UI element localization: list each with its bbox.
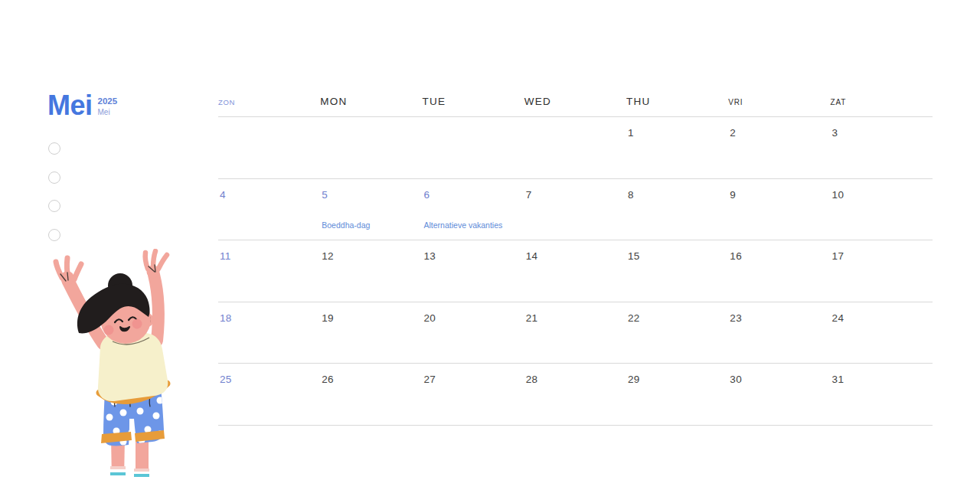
weekday-header-mon: MON xyxy=(320,86,422,107)
title-side-labels: 2025 Mei xyxy=(98,96,118,117)
month-sublabel: Mei xyxy=(98,107,118,117)
day-cell-4: 4 xyxy=(218,179,320,240)
day-number: 24 xyxy=(831,302,933,324)
todo-circle xyxy=(48,229,60,241)
day-number: 26 xyxy=(320,364,422,385)
day-cell-14: 14 xyxy=(524,240,626,302)
weekday-header-vri: VRI xyxy=(728,88,830,106)
day-number: 5 xyxy=(320,179,422,201)
week-row: 25262728293031 xyxy=(218,364,933,426)
week-row: 45Boeddha-dag6Alternatieve vakanties7891… xyxy=(218,179,933,241)
day-number: 2 xyxy=(728,117,830,139)
day-cell-30: 30 xyxy=(728,364,830,425)
todo-circle-list xyxy=(48,142,60,257)
day-number: 27 xyxy=(423,364,524,385)
day-cell-16: 16 xyxy=(728,240,830,302)
day-cell-21: 21 xyxy=(524,302,626,364)
weekday-header-row: ZONMONTUEWEDTHUVRIZAT xyxy=(218,86,933,117)
day-cell-18: 18 xyxy=(218,302,320,364)
day-cell-5: 5Boeddha-dag xyxy=(320,179,422,240)
day-number: 17 xyxy=(831,240,933,262)
day-number: 12 xyxy=(320,240,422,262)
day-cell-17: 17 xyxy=(831,240,933,302)
day-cell-27: 27 xyxy=(423,364,524,425)
day-cell-13: 13 xyxy=(423,240,524,302)
todo-circle xyxy=(48,142,60,155)
day-cell-10: 10 xyxy=(831,179,933,240)
day-cell-empty xyxy=(218,117,320,178)
day-cell-23: 23 xyxy=(728,302,830,364)
day-number: 15 xyxy=(626,240,728,262)
day-cell-11: 11 xyxy=(218,240,320,302)
day-cell-15: 15 xyxy=(626,240,728,302)
day-cell-26: 26 xyxy=(320,364,422,425)
todo-circle xyxy=(48,171,60,184)
day-number: 21 xyxy=(524,302,626,324)
day-cell-8: 8 xyxy=(626,179,728,240)
weekday-header-zon: ZON xyxy=(218,88,320,106)
day-number: 7 xyxy=(524,179,626,201)
day-number: 10 xyxy=(831,179,933,201)
week-row: 11121314151617 xyxy=(218,240,933,302)
day-cell-31: 31 xyxy=(831,364,933,425)
day-number: 20 xyxy=(423,302,524,324)
calendar: ZONMONTUEWEDTHUVRIZAT 12345Boeddha-dag6A… xyxy=(218,86,933,426)
day-number: 3 xyxy=(831,117,933,139)
day-cell-24: 24 xyxy=(831,302,933,364)
holiday-label: Boeddha-dag xyxy=(322,220,370,230)
day-number: 11 xyxy=(218,240,320,262)
day-cell-empty xyxy=(423,117,524,178)
day-number: 28 xyxy=(524,364,626,385)
day-number: 22 xyxy=(626,302,728,324)
day-cell-1: 1 xyxy=(626,117,728,178)
day-number: 30 xyxy=(728,364,830,385)
holiday-label: Alternatieve vakanties xyxy=(424,220,503,230)
day-number: 31 xyxy=(831,364,933,385)
day-cell-6: 6Alternatieve vakanties xyxy=(423,179,524,240)
week-row: 18192021222324 xyxy=(218,302,933,364)
weekday-header-thu: THU xyxy=(626,86,728,107)
day-cell-25: 25 xyxy=(218,364,320,425)
day-cell-3: 3 xyxy=(831,117,933,178)
day-cell-20: 20 xyxy=(423,302,524,364)
day-cell-28: 28 xyxy=(524,364,626,425)
cheering-child-illustration xyxy=(44,249,193,480)
child-head xyxy=(77,273,154,344)
year-label: 2025 xyxy=(98,96,118,107)
day-number: 8 xyxy=(626,179,728,201)
day-number: 18 xyxy=(218,302,320,324)
day-number: 25 xyxy=(218,364,320,385)
day-cell-7: 7 xyxy=(524,179,626,240)
day-number: 29 xyxy=(626,364,728,385)
weekday-header-wed: WED xyxy=(524,86,626,107)
day-cell-12: 12 xyxy=(320,240,422,302)
day-number: 14 xyxy=(524,240,626,262)
todo-circle xyxy=(48,200,60,212)
day-cell-22: 22 xyxy=(626,302,728,364)
weekday-header-tue: TUE xyxy=(423,86,524,107)
day-number: 23 xyxy=(728,302,830,324)
week-row: 123 xyxy=(218,117,933,179)
day-cell-19: 19 xyxy=(320,302,422,364)
day-cell-29: 29 xyxy=(626,364,728,425)
day-number: 19 xyxy=(320,302,422,324)
day-cell-2: 2 xyxy=(728,117,830,178)
month-title-block: Mei 2025 Mei xyxy=(47,92,117,119)
weekday-header-zat: ZAT xyxy=(831,88,933,106)
day-number: 9 xyxy=(728,179,830,201)
day-number: 13 xyxy=(423,240,524,262)
day-number: 6 xyxy=(423,179,524,201)
month-title: Mei xyxy=(47,92,93,119)
calendar-grid: 12345Boeddha-dag6Alternatieve vakanties7… xyxy=(218,117,933,426)
day-cell-empty xyxy=(524,117,626,178)
day-cell-9: 9 xyxy=(728,179,830,240)
day-cell-empty xyxy=(320,117,422,178)
day-number: 16 xyxy=(728,240,830,262)
day-number: 4 xyxy=(218,179,320,201)
day-number: 1 xyxy=(626,117,728,139)
